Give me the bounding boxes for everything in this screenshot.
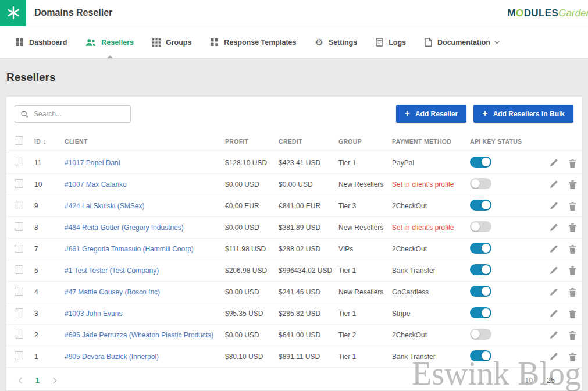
row-credit: $241.46 USD [279, 288, 338, 296]
edit-icon[interactable] [549, 202, 558, 211]
row-checkbox[interactable] [15, 265, 23, 274]
delete-icon[interactable] [569, 288, 576, 297]
page-size-25[interactable]: 25 [547, 376, 555, 385]
row-profit: $111.98 USD [225, 245, 279, 253]
row-api-key-cell [470, 264, 549, 277]
row-payment-method: Set in client's profile [392, 180, 470, 189]
row-id: 1 [34, 353, 65, 361]
row-checkbox[interactable] [15, 222, 23, 231]
nav-item-resellers[interactable]: Resellers [76, 26, 143, 58]
delete-icon[interactable] [569, 180, 576, 189]
edit-icon[interactable] [549, 310, 558, 318]
nav-item-logs[interactable]: Logs [366, 26, 415, 58]
grid-icon [15, 38, 24, 47]
brand-m: M [507, 8, 516, 19]
row-payment-method: 2CheckOut [392, 331, 470, 339]
edit-icon[interactable] [549, 245, 558, 254]
row-checkbox-cell [15, 222, 34, 233]
column-header-client: CLIENT [65, 138, 225, 145]
app-header: Domains Reseller MODULESGarden [0, 0, 588, 26]
delete-icon[interactable] [569, 245, 576, 254]
api-key-toggle[interactable] [470, 307, 491, 318]
edit-icon[interactable] [549, 331, 558, 340]
row-checkbox[interactable] [15, 179, 23, 188]
row-api-key-cell [470, 350, 549, 363]
delete-icon[interactable] [569, 202, 576, 211]
api-key-toggle[interactable] [470, 243, 491, 254]
client-link[interactable]: #484 Reita Gotter (Gregory Industries) [65, 223, 184, 232]
row-profit: $0.00 USD [225, 180, 279, 189]
pagination-prev-icon[interactable] [18, 377, 23, 384]
row-checkbox[interactable] [15, 201, 23, 209]
api-key-toggle[interactable] [470, 178, 491, 189]
nav-item-groups[interactable]: Groups [143, 26, 201, 58]
table-row: 11#1017 Popel Dani$128.10 USD$423.41 USD… [6, 152, 582, 174]
nav-item-documentation[interactable]: Documentation [415, 26, 509, 58]
brand-garden: Garden [558, 8, 588, 19]
client-link[interactable]: #47 Mattie Cousey (Bosco Inc) [65, 288, 160, 296]
row-group: New Resellers [338, 223, 392, 232]
page-size-10[interactable]: 10 [525, 376, 533, 385]
column-header-group: GROUP [338, 138, 392, 145]
row-checkbox[interactable] [15, 287, 23, 296]
toggle-knob [482, 201, 490, 209]
row-actions [549, 223, 579, 232]
edit-icon[interactable] [549, 159, 558, 168]
api-key-toggle[interactable] [470, 157, 491, 168]
search-box[interactable] [15, 105, 131, 123]
api-key-toggle[interactable] [470, 264, 491, 275]
delete-icon[interactable] [569, 310, 576, 318]
pagination-page-1[interactable]: 1 [35, 376, 40, 385]
client-link[interactable]: #905 Devora Buzick (Innerpol) [65, 353, 159, 361]
column-header-id[interactable]: ID↓ [34, 138, 65, 145]
select-all-checkbox[interactable] [15, 136, 23, 145]
client-link[interactable]: #695 Jade Perruzza (Wheaton Plastic Prod… [65, 331, 213, 339]
row-profit: $128.10 USD [225, 159, 279, 167]
client-link[interactable]: #1017 Popel Dani [65, 159, 120, 167]
row-checkbox[interactable] [15, 308, 23, 317]
delete-icon[interactable] [569, 266, 576, 275]
edit-icon[interactable] [549, 223, 558, 232]
row-checkbox[interactable] [15, 244, 23, 253]
row-checkbox-cell [15, 201, 34, 211]
edit-icon[interactable] [549, 180, 558, 189]
client-link[interactable]: #661 Gregoria Tomasulo (Hammill Coorp) [65, 245, 194, 253]
row-credit: $996434.02 USD [279, 266, 338, 275]
api-key-toggle[interactable] [470, 221, 491, 232]
nav-item-dashboard[interactable]: Dashboard [6, 26, 76, 58]
delete-icon[interactable] [569, 331, 576, 340]
toolbar-buttons: + Add Reseller + Add Resellers In Bulk [396, 105, 573, 123]
toggle-knob [471, 222, 480, 231]
pagination-next-icon[interactable] [52, 377, 57, 384]
delete-icon[interactable] [569, 223, 576, 232]
client-link[interactable]: #424 Lai Skulski (SMSex) [65, 202, 144, 210]
document-icon [425, 38, 432, 47]
row-group: New Resellers [338, 180, 392, 189]
edit-icon[interactable] [549, 288, 558, 297]
edit-icon[interactable] [549, 266, 558, 275]
add-reseller-button[interactable]: + Add Reseller [396, 105, 467, 123]
row-payment-method: Bank Transfer [392, 353, 470, 361]
search-input[interactable] [33, 109, 125, 119]
row-payment-method: PayPal [392, 159, 470, 167]
api-key-toggle[interactable] [470, 329, 491, 340]
api-key-toggle[interactable] [470, 350, 491, 361]
client-link[interactable]: #1003 John Evans [65, 310, 122, 318]
row-checkbox[interactable] [15, 158, 23, 166]
row-actions [549, 180, 579, 189]
delete-icon[interactable] [569, 159, 576, 168]
row-id: 8 [34, 223, 65, 232]
toggle-knob [482, 287, 490, 296]
add-resellers-in-bulk-button[interactable]: + Add Resellers In Bulk [473, 105, 573, 123]
client-link[interactable]: #1007 Max Calanko [65, 180, 127, 189]
delete-icon[interactable] [569, 353, 576, 361]
gear-icon: ⚙ [315, 38, 323, 47]
row-checkbox[interactable] [15, 330, 23, 339]
api-key-toggle[interactable] [470, 200, 491, 211]
nav-item-response-templates[interactable]: Response Templates [201, 26, 305, 58]
nav-item-settings[interactable]: ⚙Settings [305, 26, 366, 58]
row-checkbox[interactable] [15, 351, 23, 360]
client-link[interactable]: #1 Test Tester (Test Company) [65, 266, 159, 275]
edit-icon[interactable] [549, 353, 558, 361]
api-key-toggle[interactable] [470, 286, 491, 297]
